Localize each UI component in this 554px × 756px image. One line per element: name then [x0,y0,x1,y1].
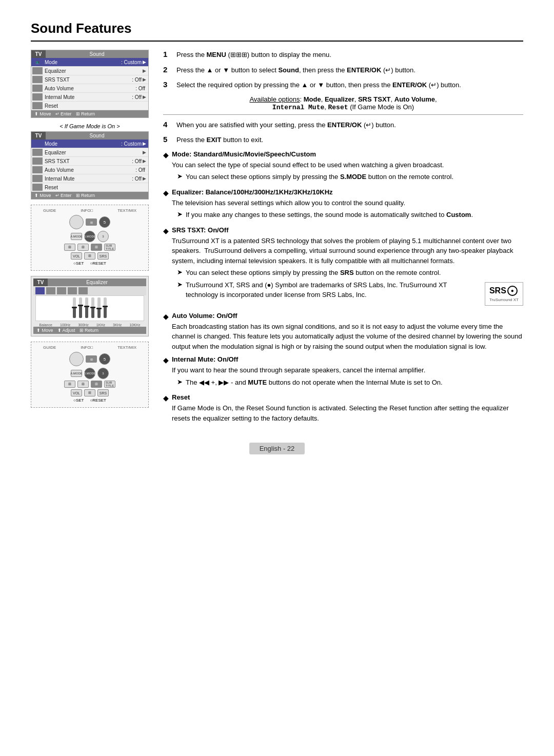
menu-row: Reset [31,183,148,192]
arrow-mode-1-text: You can select these options simply by p… [186,172,453,182]
srs-logo-text: SRS● [489,285,519,297]
section-eq-body: The television has several settings whic… [172,198,523,208]
menu-row-icon [32,175,43,182]
remote-btn-smode-2: S.MODE [84,368,95,379]
menu-tv-label-game: TV [31,132,46,140]
eq-icon1 [35,287,45,294]
remote-btn-circle-2 [69,352,84,366]
section-eq-content: Equalizer: Balance/100Hz/300Hz/1KHz/3KHz… [172,188,523,222]
diamond-eq-icon: ◆ [163,189,169,197]
diamond-srs-icon: ◆ [163,227,169,235]
remote-top-buttons-2: ⊞ 5 [69,352,110,366]
arrow-im-1: ➤ The ◀◀ +, ▶▶ - and MUTE buttons do not… [177,377,523,388]
step-3-text: Select the required option by pressing t… [176,80,461,90]
eq-icon4 [68,287,77,294]
arrow-srs-1: ➤ You can select these options simply by… [177,268,523,278]
section-srs-content: SRS TSXT: On/Off TruSurround XT is a pat… [172,226,523,308]
remote-row5: ○SET ○RESET [73,261,106,266]
step-1-number: 1 [163,50,172,58]
remote-top-labels-2: GUIDE INFO□ TEXT/MIX [34,345,145,350]
section-reset: ◆ Reset If Game Mode is On, the Reset So… [163,393,523,423]
remote-btn-text-2: 5 [99,353,110,365]
remote-label-reset: ○RESET [90,261,106,266]
remote-btn-mute: ⊞ [84,252,95,260]
menu-tv-label: TV [31,50,46,58]
menu-row-icon: 📺 [32,58,43,66]
eq-icon3 [57,287,66,294]
eq-icon2 [46,287,55,294]
section-mode-title: Mode: Standard/Music/Movie/Speech/Custom [172,150,523,158]
eq-bar-labels: Balance 100Hz 300Hz 1KHz 3KHz 10KHz [33,323,146,327]
menu-footer-normal: ⬆ Move ↵ Enter ⊞ Return [31,110,148,117]
section-auto-volume: ◆ Auto Volume: On/Off Each broadcasting … [163,312,523,352]
arrow-eq-1-text: If you make any changes to these setting… [186,210,473,220]
equalizer-screen: TV Equalizer [31,276,149,336]
section-internal-mute: ◆ Internal Mute: On/Off If you want to h… [163,355,523,389]
remote-btn-circle [69,215,84,229]
footer-badge: English - 22 [249,443,305,454]
remote-btn-info: ⊞ [86,218,97,226]
remote-nav-row: A.MODE S.MODE 3 [71,231,109,242]
arrow-mode-1: ➤ You can select these options simply by… [177,172,523,182]
arrow-icon: ➤ [177,281,183,288]
section-equalizer: ◆ Equalizer: Balance/100Hz/300Hz/1KHz/3K… [163,188,523,222]
menu-row: 📺 Mode : Custom ▶ [31,58,148,67]
remote-btn-ch2: ⊞ [77,244,89,251]
section-mode: ◆ Mode: Standard/Music/Movie/Speech/Cust… [163,150,523,184]
menu-row: SRS TSXT : Off ▶ [31,75,148,84]
arrow-icon: ➤ [177,378,183,386]
remote-row3: ⊞ ⊞ ⊞ SUBTITLE [64,244,115,251]
remote-label-set: ○SET [73,261,84,266]
menu-row-icon [32,93,43,101]
eq-footer: ⬆ Move ⬆ Adjust ⊞ Return [33,327,146,334]
remote-btn-smode: S.MODE [84,231,95,242]
remote-btn-smodeA: A.MODE [71,233,82,240]
eq-bar-1khz [91,295,94,321]
available-options: Available options: Mode, Equalizer, SRS … [163,95,523,115]
step-3-number: 3 [163,80,172,89]
eq-label: Equalizer [48,278,146,286]
menu-row: Mode : Custom ▶ [31,140,148,148]
menu-row-icon [32,149,43,156]
remote-row5-2: ○SET ○RESET [73,398,106,403]
section-srs: ◆ SRS TSXT: On/Off TruSurround XT is a p… [163,226,523,308]
section-av-title: Auto Volume: On/Off [172,312,523,320]
menu-rows-game: Mode : Custom ▶ Equalizer ▶ SRS TSXT : O… [31,140,148,192]
section-reset-title: Reset [172,393,523,401]
arrow-icon: ➤ [177,172,183,180]
sound-menu-game: TV Sound Mode : Custom ▶ Equalizer ▶ [31,131,149,200]
step-2-text: Press the ▲ or ▼ button to select Sound,… [176,65,416,75]
remote-btn-sub: SUBTITLE [104,244,115,251]
remote-btn-ch1: ⊞ [64,244,75,251]
diamond-av-icon: ◆ [163,312,169,321]
sound-menu-normal: TV Sound 📺 Mode : Custom ▶ Equalizer ▶ [31,50,149,118]
menu-row: Internal Mute : Off ▶ [31,174,148,183]
step-2: 2 Press the ▲ or ▼ button to select Soun… [163,65,523,75]
remote-btn-sub-2: SUBTITLE [104,381,115,388]
remote-btn-ch3-2: ⊞ [91,381,102,388]
section-reset-body: If Game Mode is On, the Reset Sound func… [172,403,523,423]
right-column: 1 Press the MENU (⊞⊞⊞) button to display… [163,50,523,427]
eq-bar-balance [73,295,76,321]
section-mode-body: You can select the type of special sound… [172,160,523,170]
menu-row: Auto Volume : Off [31,84,148,93]
section-im-body: If you want to hear the sound through se… [172,365,523,375]
remote-row4: VOL ⊞ SRS [71,252,109,260]
step-5-text: Press the EXIT button to exit. [176,135,263,145]
eq-menu-header: TV Equalizer [33,278,146,286]
section-eq-title: Equalizer: Balance/100Hz/300Hz/1KHz/3KHz… [172,188,523,196]
diamond-mode-icon: ◆ [163,151,169,159]
remote-control-1: GUIDE INFO□ TEXT/MIX ⊞ 5 A.MODE S.MODE 3… [31,205,149,271]
step-2-number: 2 [163,65,172,74]
section-srs-title: SRS TSXT: On/Off [172,226,523,234]
arrow-srs-1-text: You can select these options simply by p… [186,268,441,278]
remote-row4-2: VOL ⊞ SRS [71,389,109,396]
menu-row-icon [32,157,43,165]
page-title: Sound Features [31,21,523,42]
step-1: 1 Press the MENU (⊞⊞⊞) button to display… [163,50,523,60]
menu-row-icon [32,76,43,83]
menu-row: SRS TSXT : Off ▶ [31,157,148,166]
eq-bar-300hz [85,295,88,321]
diamond-im-icon: ◆ [163,356,169,364]
section-im-title: Internal Mute: On/Off [172,355,523,363]
